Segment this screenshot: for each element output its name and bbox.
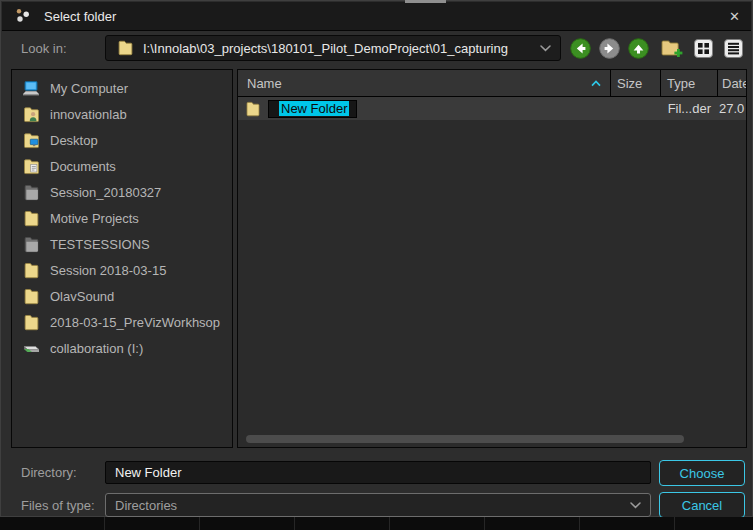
desktop-folder-icon: [21, 132, 41, 149]
sidebar-item-innovationlab[interactable]: innovationlab: [12, 101, 232, 127]
column-header-date[interactable]: Date: [717, 70, 746, 96]
chevron-down-icon: [540, 45, 551, 52]
select-folder-dialog: Select folder ✕ Look in: I:\Innolab\03_p…: [0, 0, 753, 517]
background-window-edge: [405, 0, 446, 3]
look-in-label: Look in:: [21, 41, 105, 56]
sidebar-item-previz-workshop[interactable]: 2018-03-15_PreVizWorkhsop: [12, 309, 232, 335]
detail-view-button[interactable]: [724, 39, 743, 58]
folder-icon: [21, 210, 41, 227]
forward-button[interactable]: [599, 38, 620, 59]
network-drive-icon: [21, 341, 41, 356]
column-label: Name: [247, 76, 282, 91]
file-type-cell: Fil...der: [660, 101, 717, 116]
files-of-type-value: Directories: [115, 498, 177, 513]
sidebar-item-collaboration-drive[interactable]: collaboration (I:): [12, 335, 232, 361]
background-app-strip: [0, 517, 753, 530]
column-header-row: Name Size Type Date: [238, 70, 746, 97]
current-path: I:\Innolab\03_projects\180101_Pilot_Demo…: [143, 41, 508, 56]
sidebar-item-label: Motive Projects: [50, 211, 139, 226]
column-label: Date: [722, 76, 746, 91]
folder-icon: [245, 101, 260, 117]
file-row-new-folder[interactable]: New Folder Fil...der 27.0: [238, 97, 746, 120]
sidebar-item-olavsound[interactable]: OlavSound: [12, 283, 232, 309]
folder-icon: [21, 314, 41, 331]
close-icon[interactable]: ✕: [729, 10, 740, 23]
files-of-type-combobox[interactable]: Directories: [105, 493, 651, 517]
sidebar-item-testsessions[interactable]: TESTSESSIONS: [12, 231, 232, 257]
folder-icon: [21, 288, 41, 305]
sidebar-item-label: Documents: [50, 159, 116, 174]
column-header-size[interactable]: Size: [610, 70, 660, 96]
sidebar-item-label: Session 2018-03-15: [50, 263, 166, 278]
motive-logo-icon: [13, 8, 33, 24]
sidebar-item-desktop[interactable]: Desktop: [12, 127, 232, 153]
column-header-type[interactable]: Type: [660, 70, 717, 96]
sidebar-item-documents[interactable]: Documents: [12, 153, 232, 179]
selected-filename-text: New Folder: [279, 101, 349, 116]
sidebar-item-my-computer[interactable]: My Computer: [12, 75, 232, 101]
sidebar-item-label: My Computer: [50, 81, 128, 96]
computer-icon: [21, 80, 41, 97]
directory-input[interactable]: [105, 461, 651, 484]
sidebar-item-label: Desktop: [50, 133, 98, 148]
sidebar-item-label: collaboration (I:): [50, 341, 143, 356]
gray-folder-icon: [21, 236, 41, 253]
back-button[interactable]: [570, 38, 591, 59]
places-sidebar: My Computer innovationlab Desktop: [11, 69, 233, 448]
sidebar-item-label: Session_20180327: [50, 185, 161, 200]
icon-view-button[interactable]: [694, 39, 713, 58]
user-folder-icon: [21, 106, 41, 123]
column-label: Size: [617, 76, 642, 91]
documents-folder-icon: [21, 158, 41, 175]
sidebar-item-label: TESTSESSIONS: [50, 237, 150, 252]
file-name-cell: New Folder: [238, 100, 610, 118]
chevron-down-icon: [630, 502, 641, 509]
gray-folder-icon: [21, 184, 41, 201]
sidebar-item-session-20180327[interactable]: Session_20180327: [12, 179, 232, 205]
toolbar: Look in: I:\Innolab\03_projects\180101_P…: [1, 34, 753, 62]
up-button[interactable]: [628, 38, 649, 59]
cancel-button[interactable]: Cancel: [659, 492, 745, 518]
sidebar-item-label: OlavSound: [50, 289, 114, 304]
inline-rename-input[interactable]: New Folder: [268, 100, 357, 118]
horizontal-scrollbar[interactable]: [246, 435, 684, 443]
folder-icon: [115, 40, 135, 56]
new-folder-button[interactable]: [660, 39, 683, 58]
sidebar-item-session-2018-03-15[interactable]: Session 2018-03-15: [12, 257, 232, 283]
file-list-panel: Name Size Type Date New Folder: [237, 69, 747, 448]
column-label: Type: [667, 76, 695, 91]
sidebar-item-label: innovationlab: [50, 107, 127, 122]
choose-button[interactable]: Choose: [659, 460, 745, 486]
files-of-type-label: Files of type:: [21, 498, 95, 513]
directory-label: Directory:: [21, 465, 77, 480]
sidebar-item-label: 2018-03-15_PreVizWorkhsop: [50, 315, 220, 330]
column-header-name[interactable]: Name: [238, 70, 610, 96]
look-in-combobox[interactable]: I:\Innolab\03_projects\180101_Pilot_Demo…: [105, 35, 561, 61]
sidebar-item-motive-projects[interactable]: Motive Projects: [12, 205, 232, 231]
file-date-cell: 27.0: [717, 101, 746, 116]
window-title: Select folder: [44, 9, 116, 24]
sort-ascending-icon: [591, 80, 601, 87]
folder-icon: [21, 262, 41, 279]
titlebar: Select folder ✕: [2, 2, 751, 31]
